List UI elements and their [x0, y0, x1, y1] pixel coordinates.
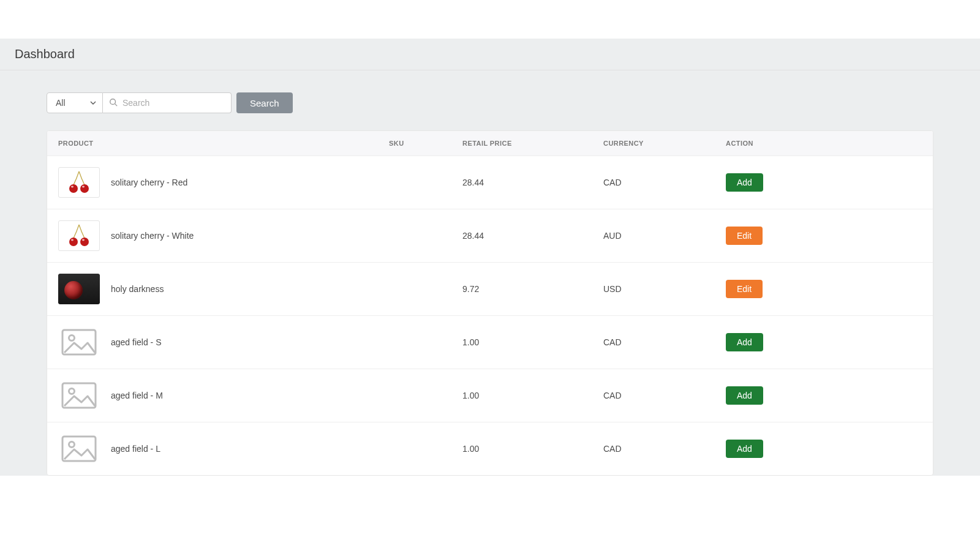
svg-point-5 [82, 186, 85, 188]
placeholder-image-icon [61, 328, 97, 356]
svg-point-7 [80, 238, 89, 246]
cell-product: aged field - S [58, 327, 389, 358]
chevron-down-icon [90, 98, 96, 108]
filter-select[interactable]: All [47, 92, 103, 113]
product-name: aged field - S [111, 337, 162, 347]
cell-price: 28.44 [462, 231, 603, 241]
table-body: solitary cherry - Red28.44CADAddsolitary… [47, 156, 933, 475]
cell-product: solitary cherry - White [58, 220, 389, 251]
svg-point-15 [69, 442, 75, 448]
svg-point-0 [110, 99, 116, 104]
cell-currency: AUD [603, 231, 726, 241]
cell-product: holy darkness [58, 274, 389, 304]
search-icon [109, 98, 118, 108]
top-white-gap [0, 0, 980, 39]
placeholder-image-icon [61, 381, 97, 410]
col-action: Action [726, 140, 922, 147]
product-thumb [58, 220, 100, 251]
svg-point-13 [69, 389, 75, 394]
product-thumb [58, 327, 100, 358]
placeholder-image-icon [61, 435, 97, 463]
product-name: solitary cherry - Red [111, 178, 187, 187]
add-button[interactable]: Add [726, 173, 763, 192]
product-name: aged field - L [111, 444, 160, 454]
svg-point-4 [71, 186, 74, 188]
cell-price: 1.00 [462, 444, 603, 454]
table-row: aged field - L1.00CADAdd [47, 422, 933, 475]
page-title: Dashboard [15, 47, 965, 61]
product-thumb [58, 274, 100, 304]
ornament-icon [58, 274, 100, 304]
table-row: solitary cherry - Red28.44CADAdd [47, 156, 933, 209]
cell-currency: CAD [603, 391, 726, 400]
page-header: Dashboard [0, 39, 980, 70]
product-name: solitary cherry - White [111, 231, 194, 241]
edit-button[interactable]: Edit [726, 227, 763, 245]
cell-action: Add [726, 173, 922, 192]
col-product: Product [58, 140, 389, 147]
search-field-wrap [103, 92, 232, 113]
svg-point-2 [69, 184, 78, 193]
add-button[interactable]: Add [726, 333, 763, 351]
table-row: aged field - M1.00CADAdd [47, 369, 933, 422]
cell-price: 1.00 [462, 337, 603, 347]
product-name: holy darkness [111, 284, 164, 294]
svg-line-1 [115, 103, 118, 106]
svg-point-11 [69, 335, 75, 341]
cherry-icon [64, 223, 94, 248]
cell-product: solitary cherry - Red [58, 167, 389, 198]
add-button[interactable]: Add [726, 440, 763, 458]
page-body: All Search Product SKU Retail Price Curr… [0, 70, 980, 476]
cell-price: 28.44 [462, 178, 603, 187]
search-button[interactable]: Search [236, 92, 293, 113]
col-sku: SKU [389, 140, 462, 147]
cell-product: aged field - M [58, 380, 389, 411]
table-header: Product SKU Retail Price Currency Action [47, 131, 933, 156]
cell-price: 1.00 [462, 391, 603, 400]
table-row: solitary cherry - White28.44AUDEdit [47, 209, 933, 263]
cell-price: 9.72 [462, 284, 603, 294]
col-price: Retail Price [462, 140, 603, 147]
product-name: aged field - M [111, 391, 163, 400]
cell-action: Edit [726, 227, 922, 245]
product-thumb [58, 433, 100, 464]
svg-point-8 [71, 239, 74, 241]
cell-currency: CAD [603, 178, 726, 187]
filter-select-value: All [56, 98, 66, 108]
svg-point-6 [69, 238, 78, 246]
filter-bar: All Search [47, 92, 933, 113]
table-row: aged field - S1.00CADAdd [47, 316, 933, 369]
cell-action: Add [726, 386, 922, 405]
cell-action: Add [726, 333, 922, 351]
product-thumb [58, 380, 100, 411]
svg-point-3 [80, 184, 89, 193]
product-thumb [58, 167, 100, 198]
cherry-icon [64, 170, 94, 195]
col-currency: Currency [603, 140, 726, 147]
cell-currency: CAD [603, 444, 726, 454]
content: All Search Product SKU Retail Price Curr… [29, 70, 951, 476]
search-input[interactable] [123, 98, 225, 108]
cell-currency: CAD [603, 337, 726, 347]
cell-product: aged field - L [58, 433, 389, 464]
edit-button[interactable]: Edit [726, 280, 763, 298]
svg-point-9 [82, 239, 85, 241]
add-button[interactable]: Add [726, 386, 763, 405]
products-table: Product SKU Retail Price Currency Action… [47, 130, 933, 476]
cell-currency: USD [603, 284, 726, 294]
cell-action: Edit [726, 280, 922, 298]
cell-action: Add [726, 440, 922, 458]
table-row: holy darkness9.72USDEdit [47, 263, 933, 316]
